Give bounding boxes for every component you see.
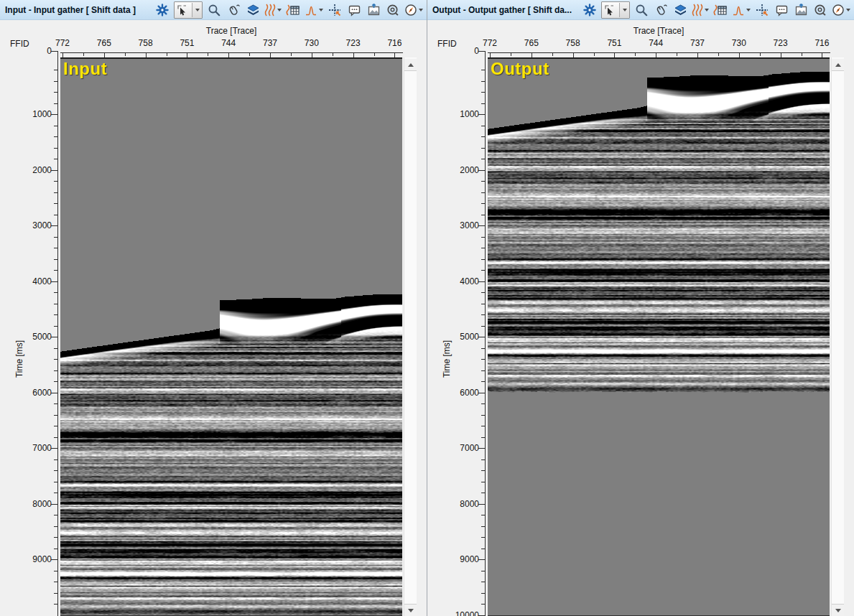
time-minor-tick: [481, 415, 485, 416]
compass-dropdown-arrow[interactable]: [846, 9, 850, 11]
select-tool-button[interactable]: [174, 1, 203, 19]
scroll-up-button[interactable]: [404, 59, 417, 71]
pick-mode-icon: [756, 4, 769, 17]
mouse-tool-button[interactable]: [226, 2, 241, 18]
scroll-up-button[interactable]: [832, 59, 844, 71]
time-major-tick: [51, 337, 57, 337]
pick-mode-button[interactable]: [754, 2, 770, 18]
time-minor-tick: [54, 515, 57, 515]
layers-button[interactable]: [245, 2, 261, 18]
time-major-tick: [51, 51, 57, 52]
spectrum-button[interactable]: [305, 2, 323, 18]
time-minor-tick: [54, 482, 57, 482]
seismic-data-view[interactable]: [488, 57, 830, 616]
time-tick-label: 0: [447, 46, 479, 56]
trace-headers-icon: [713, 4, 728, 17]
trace-headers-button[interactable]: [285, 2, 301, 18]
time-minor-tick: [481, 126, 485, 126]
time-minor-tick: [481, 549, 485, 549]
time-major-tick: [51, 225, 57, 226]
time-minor-tick: [481, 314, 485, 315]
time-minor-tick: [481, 181, 485, 182]
wiggle-display-icon: [692, 4, 703, 17]
spectrum-dropdown-arrow[interactable]: [746, 9, 751, 11]
time-minor-tick: [481, 259, 485, 260]
time-minor-tick: [481, 359, 485, 360]
wiggle-display-icon: [264, 4, 276, 17]
trace-headers-button[interactable]: [713, 2, 728, 18]
wiggle-display-dropdown-arrow[interactable]: [277, 9, 282, 11]
time-tick-label: 1000: [20, 109, 52, 119]
trace-tick-label: 765: [524, 38, 539, 48]
compass-button[interactable]: [404, 2, 423, 18]
time-minor-tick: [54, 304, 57, 304]
comment-button[interactable]: [346, 2, 362, 18]
output-panel-titlebar[interactable]: Output - Output gather [ Shift da...: [427, 0, 854, 20]
spectrum-button[interactable]: [732, 2, 751, 18]
time-minor-tick: [481, 426, 485, 426]
layers-button[interactable]: [672, 2, 688, 18]
time-major-tick: [51, 448, 57, 449]
scroll-down-button[interactable]: [832, 604, 844, 616]
compass-button[interactable]: [832, 2, 850, 18]
trace-tick-label: 716: [387, 38, 402, 48]
vertical-scrollbar[interactable]: [831, 57, 844, 616]
time-major-tick: [51, 393, 57, 393]
time-minor-tick: [54, 70, 57, 70]
ruler-minor-tick: [125, 53, 126, 56]
time-minor-tick: [54, 470, 57, 471]
time-minor-tick: [481, 292, 485, 293]
settings-gear-button[interactable]: [154, 2, 170, 18]
time-minor-tick: [54, 237, 57, 238]
panel-toolbar: [582, 1, 850, 19]
zoom-button[interactable]: [633, 2, 649, 18]
trace-tick-label: 737: [690, 38, 705, 48]
wiggle-display-button[interactable]: [692, 2, 709, 18]
export-image-button[interactable]: [366, 2, 381, 18]
time-tick-label: 8000: [447, 499, 479, 509]
export-image-button[interactable]: [793, 2, 809, 18]
vertical-scrollbar[interactable]: [404, 57, 417, 616]
output-panel: Output - Output gather [ Shift da... FFI…: [427, 0, 854, 616]
comment-icon: [775, 4, 789, 17]
wiggle-display-button[interactable]: [264, 2, 282, 18]
scroll-down-icon: [835, 609, 841, 612]
trace-tick-label: 758: [139, 38, 153, 48]
input-panel-titlebar[interactable]: Input - Input gather [ Shift data ]: [0, 0, 427, 20]
time-tick-label: 5000: [20, 332, 52, 342]
time-minor-tick: [481, 136, 485, 137]
pick-mode-button[interactable]: [327, 2, 343, 18]
wiggle-display-dropdown-arrow[interactable]: [705, 9, 709, 11]
comment-button[interactable]: [774, 2, 789, 18]
time-minor-tick: [54, 103, 57, 104]
qc-circle-icon: [386, 4, 399, 17]
mouse-tool-button[interactable]: [653, 2, 669, 18]
settings-gear-icon: [156, 4, 169, 17]
time-tick-label: 4000: [20, 276, 52, 286]
settings-gear-button[interactable]: [582, 2, 598, 18]
time-axis-label: Time [ms]: [442, 340, 452, 378]
spectrum-dropdown-arrow[interactable]: [319, 9, 323, 11]
select-tool-dropdown-arrow[interactable]: [192, 3, 202, 17]
time-tick-label: 8000: [20, 499, 52, 509]
time-minor-tick: [54, 181, 57, 182]
time-major-tick: [478, 448, 485, 449]
trace-tick-label: 758: [566, 38, 580, 48]
time-minor-tick: [481, 482, 485, 482]
scroll-down-button[interactable]: [404, 604, 417, 616]
time-minor-tick: [54, 203, 57, 204]
time-minor-tick: [481, 159, 485, 159]
select-tool-dropdown-arrow[interactable]: [619, 3, 629, 17]
qc-circle-button[interactable]: [812, 2, 828, 18]
select-tool-button[interactable]: [601, 1, 630, 19]
time-major-tick: [478, 225, 485, 226]
time-minor-tick: [54, 159, 57, 159]
seismic-data-view[interactable]: [60, 57, 402, 616]
time-minor-tick: [481, 470, 485, 471]
settings-gear-icon: [583, 4, 596, 17]
compass-dropdown-arrow[interactable]: [419, 9, 423, 11]
time-minor-tick: [54, 437, 57, 438]
time-minor-tick: [481, 526, 485, 527]
zoom-button[interactable]: [206, 2, 222, 18]
qc-circle-button[interactable]: [385, 2, 401, 18]
